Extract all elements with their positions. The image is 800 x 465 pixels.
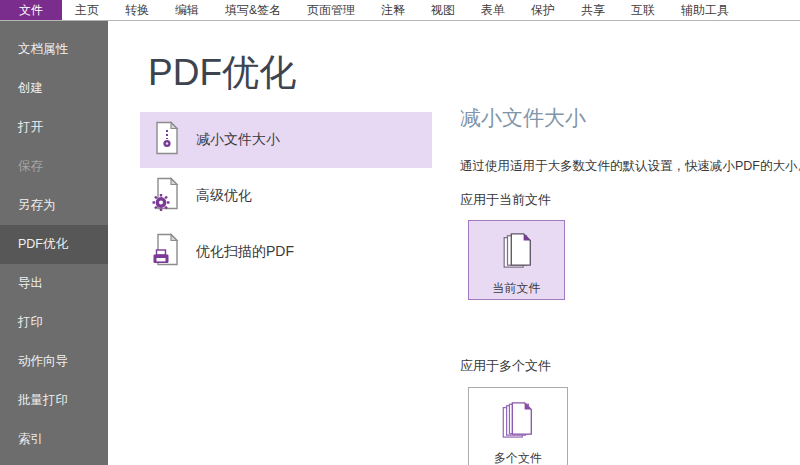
menubar: 文件 主页 转换 编辑 填写&签名 页面管理 注释 视图 表单 保护 共享 互联… (0, 0, 800, 21)
current-file-pages-icon (498, 231, 536, 273)
menu-tab-convert[interactable]: 转换 (112, 0, 162, 20)
sidebar-item-batch-print[interactable]: 批量打印 (0, 381, 108, 420)
sidebar-item-index[interactable]: 索引 (0, 420, 108, 459)
menu-tab-page-organize[interactable]: 页面管理 (294, 0, 368, 20)
menu-tab-share[interactable]: 共享 (568, 0, 618, 20)
multiple-files-button[interactable]: 多个文件 (468, 387, 568, 465)
optimize-option-list: 减小文件大小 高级优化 (140, 112, 432, 280)
current-file-button[interactable]: 当前文件 (468, 220, 565, 300)
menu-tab-form[interactable]: 表单 (468, 0, 518, 20)
sidebar-item-export[interactable]: 导出 (0, 264, 108, 303)
menu-tab-protect[interactable]: 保护 (518, 0, 568, 20)
menu-tab-file[interactable]: 文件 (0, 0, 62, 20)
multiple-files-button-label: 多个文件 (494, 450, 542, 465)
current-file-button-label: 当前文件 (493, 280, 541, 297)
sidebar-item-pdf-optimize[interactable]: PDF优化 (0, 225, 108, 264)
document-gear-icon (152, 177, 182, 215)
apply-multiple-files-label: 应用于多个文件 (460, 357, 551, 375)
menu-tab-fill-sign[interactable]: 填写&签名 (212, 0, 294, 20)
menu-tab-edit[interactable]: 编辑 (162, 0, 212, 20)
detail-heading: 减小文件大小 (460, 104, 586, 132)
sidebar-item-print[interactable]: 打印 (0, 303, 108, 342)
menu-tab-accessibility[interactable]: 辅助工具 (668, 0, 742, 20)
option-advanced-optimize[interactable]: 高级优化 (140, 168, 432, 224)
sidebar-item-action-wizard[interactable]: 动作向导 (0, 342, 108, 381)
sidebar-item-document-properties[interactable]: 文档属性 (0, 30, 108, 69)
apply-current-file-label: 应用于当前文件 (460, 191, 551, 209)
detail-description: 通过使用适用于大多数文件的默认设置，快速减小PDF的大小。 (460, 158, 800, 175)
sidebar-item-save: 保存 (0, 147, 108, 186)
option-label: 高级优化 (196, 187, 252, 205)
document-printer-icon (152, 233, 182, 271)
sidebar-item-open[interactable]: 打开 (0, 108, 108, 147)
document-thermometer-icon (152, 121, 182, 159)
sidebar-item-save-as[interactable]: 另存为 (0, 186, 108, 225)
option-label: 减小文件大小 (196, 131, 280, 149)
page-title: PDF优化 (148, 48, 296, 98)
option-optimize-scanned-pdf[interactable]: 优化扫描的PDF (140, 224, 432, 280)
file-menu-sidebar: 文档属性 创建 打开 保存 另存为 PDF优化 导出 打印 动作向导 批量打印 … (0, 21, 108, 465)
option-reduce-file-size[interactable]: 减小文件大小 (140, 112, 432, 168)
option-label: 优化扫描的PDF (196, 243, 294, 261)
menu-tab-comment[interactable]: 注释 (368, 0, 418, 20)
multiple-files-pages-icon (499, 400, 537, 442)
menu-tab-connect[interactable]: 互联 (618, 0, 668, 20)
sidebar-item-create[interactable]: 创建 (0, 69, 108, 108)
menu-tab-view[interactable]: 视图 (418, 0, 468, 20)
menu-tab-home[interactable]: 主页 (62, 0, 112, 20)
